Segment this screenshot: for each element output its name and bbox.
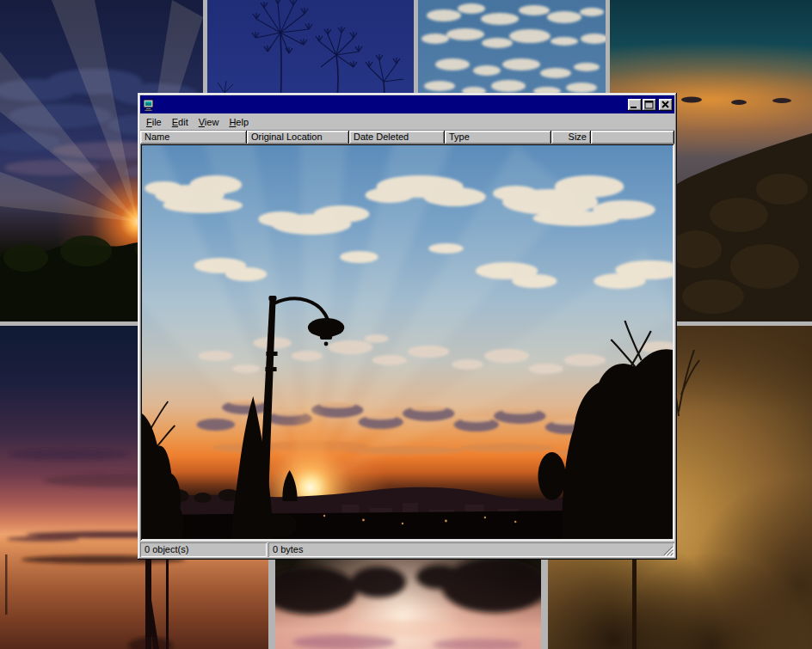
minimize-icon	[628, 99, 642, 111]
column-header-row: Name Original Location Date Deleted Type…	[140, 130, 674, 144]
column-header-name[interactable]: Name	[140, 131, 247, 144]
recycle-window: File Edit View Help Name Original Locati…	[138, 93, 677, 560]
menu-view[interactable]: View	[194, 115, 225, 130]
status-total-size: 0 bytes	[268, 542, 674, 557]
menu-help[interactable]: Help	[224, 115, 254, 130]
column-header-date-deleted[interactable]: Date Deleted	[349, 131, 445, 144]
lamppost-sunset-art	[142, 145, 673, 539]
column-header-filler	[591, 131, 674, 144]
maximize-button[interactable]	[643, 99, 656, 111]
column-header-original-location[interactable]: Original Location	[247, 131, 349, 144]
minimize-button[interactable]	[628, 99, 642, 111]
column-header-type[interactable]: Type	[445, 131, 551, 144]
resize-grip-icon[interactable]	[662, 545, 674, 556]
list-view-area[interactable]	[140, 144, 674, 541]
close-icon	[659, 99, 673, 111]
menu-file[interactable]: File	[141, 115, 167, 130]
desktop: File Edit View Help Name Original Locati…	[0, 0, 812, 649]
menu-bar: File Edit View Help	[140, 114, 674, 130]
folder-background-photo	[142, 145, 673, 539]
status-object-count: 0 object(s)	[140, 542, 267, 557]
title-bar[interactable]	[140, 95, 674, 113]
close-button[interactable]	[659, 99, 673, 111]
menu-edit[interactable]: Edit	[167, 115, 194, 130]
computer-icon	[142, 98, 156, 112]
maximize-icon	[643, 99, 656, 111]
column-header-size[interactable]: Size	[551, 131, 591, 144]
status-bar: 0 object(s) 0 bytes	[140, 542, 674, 557]
